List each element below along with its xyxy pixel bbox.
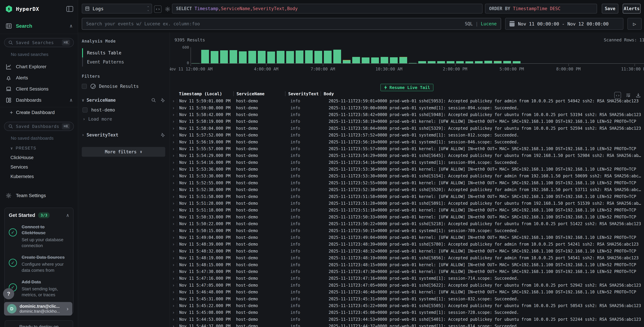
date-range-picker[interactable]: Nov 11 00:00:00 - Nov 12 00:00:00 bbox=[505, 18, 624, 30]
get-started-item[interactable]: ✓ Create Data Sources Configure where yo… bbox=[9, 254, 69, 273]
log-row[interactable]: ›Nov 11 5:48:39.000 PMhost-demoinfo2025-… bbox=[170, 241, 644, 248]
expand-row-icon[interactable]: › bbox=[170, 153, 177, 158]
sidebar-item-dashboards[interactable]: Dashboards ∧ bbox=[0, 94, 78, 106]
expand-row-icon[interactable]: › bbox=[170, 228, 177, 233]
saved-searches-input[interactable]: Saved Searches ⌘K bbox=[4, 38, 74, 47]
log-row[interactable]: ›Nov 11 5:44:53.000 PMhost-demoinfo2025-… bbox=[170, 316, 644, 323]
select-columns-input[interactable]: SELECT Timestamp,ServiceName,SeverityTex… bbox=[172, 4, 482, 14]
expand-row-icon[interactable]: › bbox=[170, 221, 177, 226]
expand-row-icon[interactable]: › bbox=[170, 132, 177, 138]
log-row[interactable]: ›Nov 11 5:56:19.000 PMhost-demoinfo2025-… bbox=[170, 138, 644, 145]
alerts-button[interactable]: Alerts bbox=[623, 4, 640, 14]
log-row[interactable]: ›Nov 11 5:46:48.000 PMhost-demoinfo2025-… bbox=[170, 289, 644, 296]
sidebar-item-team-settings[interactable]: Team Settings bbox=[0, 192, 78, 199]
log-row[interactable]: ›Nov 11 5:44:37.000 PMhost-demoinfo2025-… bbox=[170, 323, 644, 327]
sidebar-item-chart-explorer[interactable]: Chart Explorer bbox=[0, 61, 78, 72]
expand-row-icon[interactable]: › bbox=[170, 310, 177, 315]
expand-row-icon[interactable]: › bbox=[170, 208, 177, 213]
log-row[interactable]: ›Nov 11 5:52:55.000 PMhost-demoinfo2025-… bbox=[170, 180, 644, 186]
help-button[interactable]: ? bbox=[3, 288, 14, 299]
checkbox-icon[interactable] bbox=[82, 108, 88, 112]
expand-row-icon[interactable]: › bbox=[170, 126, 177, 131]
log-row[interactable]: ›Nov 11 5:48:32.000 PMhost-demoinfo2025-… bbox=[170, 248, 644, 254]
save-button[interactable]: Save bbox=[602, 4, 618, 14]
log-row[interactable]: ›Nov 11 5:50:33.000 PMhost-demoinfo2025-… bbox=[170, 214, 644, 220]
log-row[interactable]: ›Nov 11 5:54:16.000 PMhost-demoinfo2025-… bbox=[170, 159, 644, 166]
filter-group-severitytext[interactable]: › SeverityText bbox=[82, 132, 165, 138]
expand-row-icon[interactable]: › bbox=[170, 290, 177, 294]
more-filters-button[interactable]: More filters∨ bbox=[82, 147, 165, 157]
log-row[interactable]: ›Nov 11 5:59:01.000 PMhost-demoinfo2025-… bbox=[170, 98, 644, 104]
sidebar-item-search[interactable]: Search ∧ bbox=[0, 23, 78, 30]
chevron-up-icon[interactable]: ∧ bbox=[66, 213, 69, 218]
log-row[interactable]: ›Nov 11 5:53:30.000 PMhost-demoinfo2025-… bbox=[170, 172, 644, 180]
expand-row-icon[interactable]: › bbox=[170, 146, 177, 151]
expand-row-icon[interactable]: › bbox=[170, 201, 177, 206]
pin-icon[interactable] bbox=[160, 132, 165, 138]
log-row[interactable]: ›Nov 11 5:47:16.000 PMhost-demoinfo2025-… bbox=[170, 275, 644, 282]
expand-row-icon[interactable]: › bbox=[170, 249, 177, 254]
expand-row-icon[interactable]: › bbox=[170, 303, 177, 308]
log-row[interactable]: ›Nov 11 5:45:22.000 PMhost-demoinfo2025-… bbox=[170, 302, 644, 309]
log-row[interactable]: ›Nov 11 5:57:52.000 PMhost-demoinfo2025-… bbox=[170, 132, 644, 138]
expand-row-icon[interactable]: › bbox=[170, 112, 177, 117]
pin-icon[interactable] bbox=[160, 98, 165, 103]
expand-row-icon[interactable]: › bbox=[170, 269, 177, 274]
expand-row-icon[interactable]: › bbox=[170, 276, 177, 281]
expand-row-icon[interactable]: › bbox=[170, 119, 177, 124]
log-row[interactable]: ›Nov 11 5:58:04.000 PMhost-demoinfo2025-… bbox=[170, 125, 644, 132]
preset-clickhouse[interactable]: ClickHouse bbox=[0, 153, 78, 162]
expand-row-icon[interactable]: › bbox=[170, 235, 177, 240]
resume-live-tail-button[interactable]: Resume Live Tail bbox=[380, 84, 434, 91]
log-row[interactable]: ›Nov 11 5:51:28.000 PMhost-demoinfo2025-… bbox=[170, 200, 644, 207]
log-row[interactable]: ›Nov 11 5:54:29.000 PMhost-demoinfo2025-… bbox=[170, 152, 644, 159]
log-row[interactable]: ›Nov 11 5:52:38.000 PMhost-demoinfo2025-… bbox=[170, 186, 644, 193]
filter-group-servicename[interactable]: ∨ ServiceName bbox=[82, 98, 165, 103]
column-header-severitytext[interactable]: SeverityText bbox=[285, 92, 323, 96]
expand-row-icon[interactable]: › bbox=[170, 167, 177, 172]
log-row[interactable]: ›Nov 11 5:53:36.000 PMhost-demoinfo2025-… bbox=[170, 166, 644, 172]
expand-row-icon[interactable]: › bbox=[170, 242, 177, 247]
log-row[interactable]: ›Nov 11 5:47:05.000 PMhost-demoinfo2025-… bbox=[170, 282, 644, 289]
language-toggle[interactable]: SQL | Lucene bbox=[465, 21, 497, 26]
log-row[interactable]: ›Nov 11 5:58:19.000 PMhost-demoinfo2025-… bbox=[170, 118, 644, 125]
expand-row-icon[interactable]: › bbox=[170, 187, 177, 192]
preset-kubernetes[interactable]: Kubernetes bbox=[0, 172, 78, 181]
get-started-item[interactable]: ✓ Connect to ClickHouse Set up your data… bbox=[9, 224, 69, 249]
chevron-up-icon[interactable]: ∧ bbox=[70, 24, 72, 28]
log-row[interactable]: ›Nov 11 5:47:30.000 PMhost-demoinfo2025-… bbox=[170, 268, 644, 275]
column-header-servicename[interactable]: ServiceName bbox=[233, 92, 288, 96]
expand-row-icon[interactable]: › bbox=[170, 160, 177, 165]
expand-row-icon[interactable]: › bbox=[170, 262, 177, 268]
mode-event-patterns[interactable]: Event Patterns bbox=[83, 58, 165, 66]
events-histogram[interactable] bbox=[190, 47, 644, 64]
log-row[interactable]: ›Nov 11 5:51:58.000 PMhost-demoinfo2025-… bbox=[170, 193, 644, 200]
code-view-button[interactable]: ‹› bbox=[154, 6, 162, 13]
collapse-sidebar-icon[interactable] bbox=[66, 6, 73, 12]
column-header-timestamp[interactable]: Timestamp (Local) bbox=[177, 92, 236, 96]
checkbox-icon[interactable] bbox=[82, 84, 87, 89]
log-row[interactable]: ›Nov 11 5:51:18.000 PMhost-demoinfo2025-… bbox=[170, 207, 644, 214]
expand-row-icon[interactable]: › bbox=[170, 174, 177, 178]
expand-row-icon[interactable]: › bbox=[170, 180, 177, 186]
search-input[interactable]: Search your events w/ Lucene ex. column:… bbox=[82, 18, 501, 30]
log-row[interactable]: ›Nov 11 5:45:08.000 PMhost-demoinfo2025-… bbox=[170, 309, 644, 316]
column-header-body[interactable]: Body bbox=[320, 92, 644, 96]
log-row[interactable]: ›Nov 11 5:48:19.000 PMhost-demoinfo2025-… bbox=[170, 254, 644, 261]
presets-toggle[interactable]: ∨ PRESETS bbox=[10, 146, 78, 150]
expand-row-icon[interactable]: › bbox=[170, 317, 177, 322]
lucene-toggle[interactable]: Lucene bbox=[481, 21, 497, 26]
expand-row-icon[interactable]: › bbox=[170, 106, 177, 110]
sidebar-item-alerts[interactable]: Alerts bbox=[0, 72, 78, 84]
log-row[interactable]: ›Nov 11 5:45:31.000 PMhost-demoinfo2025-… bbox=[170, 296, 644, 302]
chevron-up-icon[interactable]: ∧ bbox=[70, 98, 72, 102]
expand-row-icon[interactable]: › bbox=[170, 324, 177, 327]
load-more-button[interactable]: › Load more bbox=[83, 116, 165, 122]
saved-dashboards-input[interactable]: Saved Dashboards ⌘K bbox=[4, 122, 74, 131]
source-settings-gear-icon[interactable] bbox=[164, 6, 171, 13]
create-dashboard-button[interactable]: + Create Dashboard bbox=[0, 107, 78, 118]
denoise-results-checkbox[interactable]: Denoise Results bbox=[82, 84, 165, 89]
expand-row-icon[interactable]: › bbox=[170, 296, 177, 302]
orderby-input[interactable]: ORDER BY TimestampTime DESC bbox=[485, 4, 597, 14]
expand-row-icon[interactable]: › bbox=[170, 214, 177, 220]
